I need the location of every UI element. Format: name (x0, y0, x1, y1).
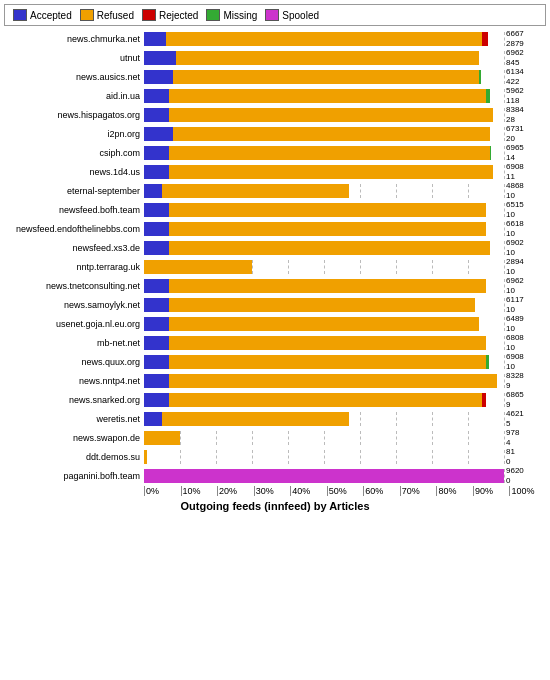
bar-value-label: 651510 (506, 200, 524, 219)
table-row: news.snarked.org68659 (4, 391, 546, 409)
spooled-color-box (265, 9, 279, 21)
bar-seg-accepted (144, 51, 176, 65)
row-label: news.1d4.us (4, 167, 144, 177)
bar-val2: 10 (506, 210, 524, 220)
row-label: paganini.bofh.team (4, 471, 144, 481)
bar-val1: 4868 (506, 181, 524, 191)
bar-seg-accepted (144, 70, 173, 84)
bar-value-label: 46215 (506, 409, 524, 428)
chart-title: Outgoing feeds (innfeed) by Articles (4, 500, 546, 512)
bar-val2: 422 (506, 77, 524, 87)
legend-missing-label: Missing (223, 10, 257, 21)
bar-value-label: 690811 (506, 162, 524, 181)
bar-seg-refused (169, 222, 486, 236)
row-label: usenet.goja.nl.eu.org (4, 319, 144, 329)
table-row: news.ausics.net6134422 (4, 68, 546, 86)
bar-section: 696210 (144, 279, 546, 293)
legend-refused-label: Refused (97, 10, 134, 21)
table-row: usenet.goja.nl.eu.org648910 (4, 315, 546, 333)
bar-seg-accepted (144, 298, 169, 312)
bar-seg-missing (486, 355, 489, 369)
table-row: news.tnetconsulting.net696210 (4, 277, 546, 295)
bar-seg-rejected (482, 393, 486, 407)
legend-accepted: Accepted (13, 9, 72, 21)
bar-val1: 81 (506, 447, 515, 457)
bar-value-label: 611710 (506, 295, 524, 314)
bar-section: 611710 (144, 298, 546, 312)
x-label-70: 70% (400, 486, 437, 496)
accepted-color-box (13, 9, 27, 21)
row-label: i2pn.org (4, 129, 144, 139)
row-label: newsfeed.xs3.de (4, 243, 144, 253)
bar-seg-refused (169, 165, 493, 179)
table-row: news.samoylyk.net611710 (4, 296, 546, 314)
bar-seg-missing (486, 89, 490, 103)
bar-section: 9784 (144, 431, 546, 445)
bar-seg-refused (173, 70, 479, 84)
bar-value-label: 690810 (506, 352, 524, 371)
bar-section: 690811 (144, 165, 546, 179)
bar-val2: 10 (506, 286, 524, 296)
bar-section: 5962118 (144, 89, 546, 103)
bar-val1: 6902 (506, 238, 524, 248)
table-row: csiph.com696514 (4, 144, 546, 162)
row-label: news.quux.org (4, 357, 144, 367)
table-row: nntp.terrarag.uk289410 (4, 258, 546, 276)
bar-val2: 14 (506, 153, 524, 163)
legend-refused: Refused (80, 9, 134, 21)
bar-val2: 10 (506, 267, 524, 277)
refused-color-box (80, 9, 94, 21)
bar-val1: 9620 (506, 466, 524, 476)
x-axis: 0% 10% 20% 30% 40% 50% 60% 70% 80% 90% 1… (144, 486, 546, 496)
bar-seg-refused (169, 336, 486, 350)
bar-val1: 6515 (506, 200, 524, 210)
x-label-60: 60% (363, 486, 400, 496)
bar-val1: 8384 (506, 105, 524, 115)
table-row: news.swapon.de9784 (4, 429, 546, 447)
bar-val2: 845 (506, 58, 524, 68)
bar-value-label: 810 (506, 447, 515, 466)
bar-val2: 9 (506, 381, 524, 391)
bar-value-label: 680810 (506, 333, 524, 352)
bar-val1: 4621 (506, 409, 524, 419)
bar-val2: 4 (506, 438, 519, 448)
bar-section: 690810 (144, 355, 546, 369)
bar-seg-accepted (144, 165, 169, 179)
bar-value-label: 673120 (506, 124, 524, 143)
bar-seg-accepted (144, 355, 169, 369)
bar-seg-accepted (144, 203, 169, 217)
table-row: news.1d4.us690811 (4, 163, 546, 181)
x-label-90: 90% (473, 486, 510, 496)
bar-value-label: 83289 (506, 371, 524, 390)
bar-val1: 6117 (506, 295, 524, 305)
bar-value-label: 6134422 (506, 67, 524, 86)
bar-val1: 5962 (506, 86, 524, 96)
bar-val1: 6667 (506, 29, 524, 39)
bar-value-label: 5962118 (506, 86, 524, 105)
table-row: newsfeed.xs3.de690210 (4, 239, 546, 257)
legend-rejected-label: Rejected (159, 10, 198, 21)
table-row: news.nntp4.net83289 (4, 372, 546, 390)
bar-seg-accepted (144, 108, 169, 122)
bar-seg-refused (166, 32, 483, 46)
bar-val1: 978 (506, 428, 519, 438)
bar-seg-accepted (144, 317, 169, 331)
bar-seg-refused (173, 127, 490, 141)
bar-section: 648910 (144, 317, 546, 331)
bar-section: 810 (144, 450, 546, 464)
table-row: weretis.net46215 (4, 410, 546, 428)
row-label: news.tnetconsulting.net (4, 281, 144, 291)
bar-seg-missing (479, 70, 481, 84)
bar-seg-rejected (482, 32, 487, 46)
bar-val1: 6908 (506, 162, 524, 172)
bar-seg-refused (176, 51, 478, 65)
bar-section: 680810 (144, 336, 546, 350)
bar-seg-refused (169, 241, 489, 255)
row-label: ddt.demos.su (4, 452, 144, 462)
legend-spooled-label: Spooled (282, 10, 319, 21)
bar-seg-refused (169, 393, 482, 407)
bar-seg-refused (169, 355, 486, 369)
bar-section: 690210 (144, 241, 546, 255)
x-label-10: 10% (181, 486, 218, 496)
bar-seg-refused (169, 108, 493, 122)
